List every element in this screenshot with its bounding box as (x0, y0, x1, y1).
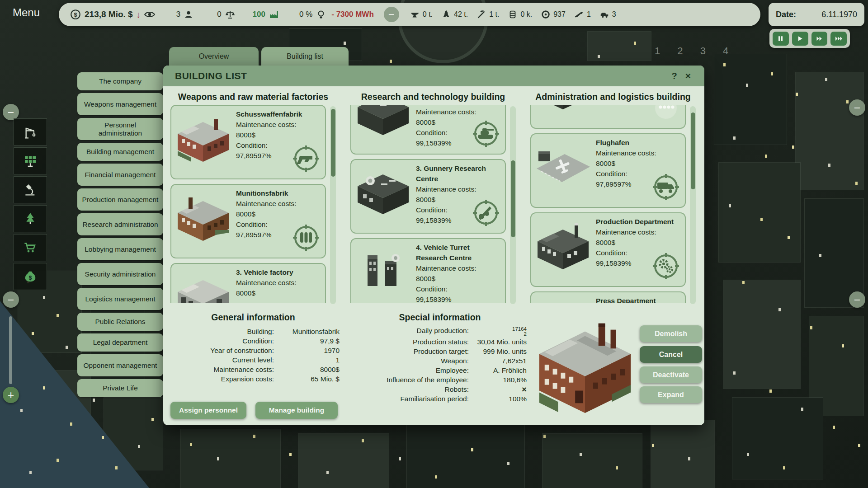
menu-item-research-administration[interactable]: Research administration (77, 213, 163, 235)
pickaxe-icon (476, 9, 486, 19)
info-label: Expansion costs: (177, 375, 274, 383)
building-card-partial[interactable] (530, 105, 686, 129)
bg-building (796, 72, 863, 190)
menu-item-lobbying-management[interactable]: Lobbying management (77, 238, 163, 260)
menu-item-public-relations[interactable]: Public Relations (77, 313, 163, 331)
tab-building-list[interactable]: Building list (261, 47, 349, 66)
building-card-schusswaffenfabrik[interactable]: Schusswaffenfabrik Maintenance costs: 80… (170, 105, 326, 179)
collapse-toggle-button[interactable]: − (384, 7, 399, 22)
balance-stat: 0 (217, 9, 235, 20)
menu-item-private-life[interactable]: Private Life (77, 379, 163, 397)
building-card-text: 3. Vehicle factory Maintenance costs: 80… (236, 267, 297, 303)
tab-overview[interactable]: Overview (169, 47, 259, 66)
building-image (535, 141, 591, 192)
resource-value: 937 (553, 10, 566, 19)
scrollbar-thumb[interactable] (511, 160, 515, 237)
deactivate-button[interactable]: Deactivate (640, 366, 702, 383)
fastest-forward-button[interactable] (830, 32, 847, 46)
menu-item-the-company[interactable]: The company (77, 72, 163, 90)
menu-item-building-management[interactable]: Building management (77, 143, 163, 161)
crane-icon (23, 125, 38, 139)
resource-value: 1 (587, 10, 591, 19)
maintenance-label: Maintenance costs: (236, 199, 297, 209)
menu-item-opponent-management[interactable]: Opponent management (77, 354, 163, 376)
maintenance-label: Maintenance costs: (236, 278, 297, 288)
play-icon (796, 35, 804, 42)
menu-item-label: The company (99, 77, 142, 85)
scroll-right-bottom-button[interactable]: − (849, 291, 865, 308)
construction-tool-button[interactable] (14, 118, 47, 145)
menu-item-security-administration[interactable]: Security administration (77, 263, 163, 285)
date-value: 6.11.1970 (821, 10, 857, 19)
maintenance-value: 8000$ (236, 130, 302, 141)
menu-item-logistics-management[interactable]: Logistics management (77, 288, 163, 310)
info-value: 999 Mio. units (469, 347, 527, 356)
building-card-tank-research[interactable]: Maintenance costs: 8000$ Condition: 99,1… (350, 105, 506, 155)
menu-item-label: Public Relations (95, 318, 145, 326)
svg-text:$: $ (74, 11, 77, 18)
zoom-out-button[interactable]: − (3, 104, 19, 120)
building-card-press-department[interactable]: Press Department (530, 291, 686, 303)
menu-item-production-management[interactable]: Production management (77, 188, 163, 211)
scrollbar-track[interactable] (330, 106, 336, 304)
maintenance-label: Maintenance costs: (416, 107, 476, 117)
edge-slider[interactable] (9, 316, 12, 384)
menu-button[interactable]: Menu (13, 6, 40, 19)
tank-icon (472, 119, 500, 148)
trade-tool-button[interactable] (14, 234, 47, 261)
expand-button[interactable]: Expand (640, 386, 702, 403)
building-card-munitionsfabrik[interactable]: Munitionsfabrik Maintenance costs: 8000$… (170, 184, 326, 258)
building-card-gunnery-research[interactable]: 3. Gunnery Research Centre Maintenance c… (350, 159, 506, 234)
maintenance-value: 8000$ (596, 238, 674, 248)
fast-forward-button[interactable] (811, 32, 828, 46)
eye-icon[interactable] (144, 9, 156, 20)
scrollbar-thumb[interactable] (691, 113, 695, 189)
scroll-left-button[interactable]: − (3, 291, 19, 308)
environment-tool-button[interactable] (14, 205, 47, 232)
anvil-icon (410, 9, 420, 19)
building-card-flughafen[interactable]: Flughafen Maintenance costs: 8000$ Condi… (530, 133, 686, 208)
column-admin-logistics: Administration and logistics building (530, 92, 696, 303)
close-icon[interactable]: × (684, 70, 693, 81)
menu-item-label: Security administration (85, 270, 156, 278)
column-header: Weapons and raw material factories (170, 92, 336, 102)
building-card-production-department[interactable]: Production Department Maintenance costs:… (530, 212, 686, 287)
menu-item-weapons-management[interactable]: Weapons management (77, 93, 163, 115)
bg-building (723, 280, 800, 389)
scrollbar-track[interactable] (510, 106, 516, 304)
cancel-button[interactable]: Cancel (640, 346, 702, 363)
scroll-right-top-button[interactable]: − (849, 99, 865, 116)
column-header: Administration and logistics building (530, 92, 696, 102)
help-button[interactable]: ? (665, 71, 684, 81)
assign-personnel-button[interactable]: Assign personnel (170, 402, 246, 419)
pause-button[interactable] (773, 32, 789, 46)
info-label: Familiarisation period: (353, 395, 469, 403)
tree-icon (23, 211, 38, 226)
building-card-vehicle-factory[interactable]: 3. Vehicle factory Maintenance costs: 80… (170, 263, 326, 303)
energy-pct-value: 0 % (299, 10, 312, 19)
resource-oil: 0 k. (508, 9, 532, 19)
column-viewport: Flughafen Maintenance costs: 8000$ Condi… (530, 105, 696, 303)
energy-tool-button[interactable] (14, 147, 47, 174)
maintenance-label: Maintenance costs: (596, 148, 656, 159)
building-card-vehicle-turret-research[interactable]: 4. Vehicle Turret Research Centre Mainte… (350, 238, 506, 303)
finance-tool-button[interactable]: $ (14, 263, 47, 290)
menu-item-label: Production management (82, 196, 159, 204)
menu-item-financial-management[interactable]: Financial management (77, 164, 163, 186)
play-button[interactable] (792, 32, 808, 46)
research-tool-button[interactable] (14, 176, 47, 203)
scrollbar-thumb[interactable] (331, 109, 335, 177)
energy-stat: 0 % - 7300 MWh (299, 9, 374, 20)
condition-value: 97,89597% (596, 179, 656, 190)
menu-item-personnel-administration[interactable]: Personnel administration (77, 118, 163, 140)
scrollbar-track[interactable] (690, 106, 696, 304)
menu-item-label: Building management (86, 148, 154, 156)
demolish-button[interactable]: Demolish (640, 325, 702, 342)
building-card-text: Maintenance costs: 8000$ Condition: 99,1… (416, 105, 476, 150)
building-name: 3. Vehicle factory (236, 267, 297, 278)
menu-item-legal-department[interactable]: Legal department (77, 333, 163, 352)
info-label: Employee: (353, 366, 469, 375)
missile-icon (441, 9, 451, 19)
manage-building-button[interactable]: Manage building (255, 402, 338, 419)
zoom-in-button[interactable]: + (3, 387, 19, 403)
